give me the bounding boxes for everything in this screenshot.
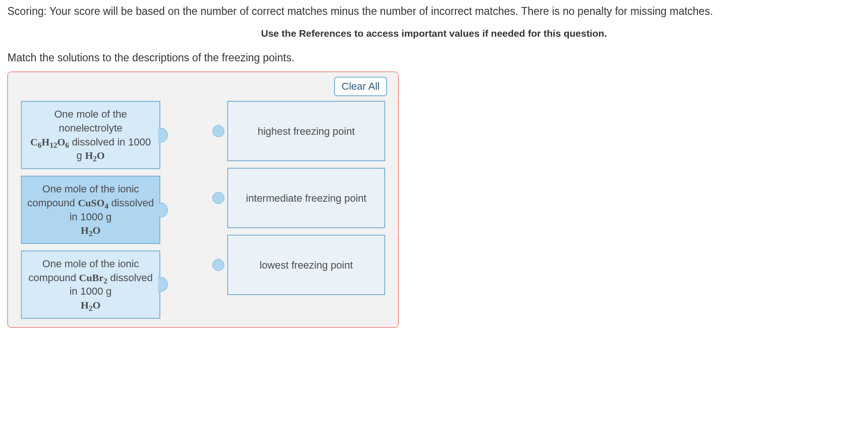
solution-card-cuso4[interactable]: One mole of the ionic compound CuSO4 dis… (21, 176, 160, 244)
match-panel: Clear All One mole of the nonelectrolyte… (7, 72, 399, 327)
solution-card-cubr2[interactable]: One mole of the ionic compound CuBr2 dis… (21, 250, 160, 319)
formula-cubr2: CuBr2 (79, 272, 107, 283)
formula-c6h12o6: C6H12O6 (30, 136, 69, 148)
references-note: Use the References to access important v… (7, 28, 861, 39)
formula-h2o: H2O (81, 299, 101, 311)
match-columns: One mole of the nonelectrolyte C6H12O6 d… (8, 99, 398, 327)
panel-header: Clear All (8, 72, 398, 99)
clear-all-button[interactable]: Clear All (334, 77, 387, 96)
drop-label: intermediate freezing point (246, 191, 366, 205)
formula-h2o: H2O (85, 150, 105, 161)
drop-label: highest freezing point (257, 125, 355, 138)
drop-target-intermediate[interactable]: intermediate freezing point (227, 168, 385, 228)
drop-label: lowest freezing point (260, 258, 353, 272)
scoring-text: Scoring: Your score will be based on the… (7, 4, 861, 19)
drop-target-highest[interactable]: highest freezing point (227, 101, 385, 161)
drop-target-lowest[interactable]: lowest freezing point (227, 235, 385, 295)
formula-h2o: H2O (81, 224, 101, 236)
formula-cuso4: CuSO4 (78, 197, 109, 209)
draggable-column: One mole of the nonelectrolyte C6H12O6 d… (21, 101, 160, 318)
instruction-text: Match the solutions to the descriptions … (7, 50, 861, 65)
droppable-column: highest freezing point intermediate free… (227, 101, 385, 318)
solution-card-glucose[interactable]: One mole of the nonelectrolyte C6H12O6 d… (21, 101, 160, 169)
card-text: One mole of the nonelectrolyte (54, 108, 127, 134)
card-text: dissolved in 1000 g (72, 136, 151, 162)
